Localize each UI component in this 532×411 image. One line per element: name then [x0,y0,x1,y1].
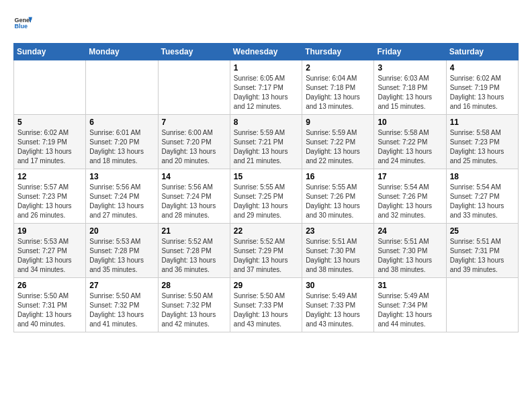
day-number: 8 [234,118,298,127]
day-number: 30 [306,281,370,290]
day-number: 1 [234,63,298,73]
calendar-cell: 26Sunrise: 5:50 AM Sunset: 7:31 PM Dayli… [14,278,86,332]
calendar-cell: 16Sunrise: 5:55 AM Sunset: 7:26 PM Dayli… [302,169,374,224]
day-info: Sunrise: 5:50 AM Sunset: 7:32 PM Dayligh… [89,291,154,329]
calendar-header-wednesday: Wednesday [230,44,302,60]
calendar-cell: 9Sunrise: 5:59 AM Sunset: 7:22 PM Daylig… [302,115,374,169]
calendar-cell: 28Sunrise: 5:50 AM Sunset: 7:32 PM Dayli… [158,278,230,332]
day-number: 6 [89,118,154,127]
calendar-cell: 4Sunrise: 6:02 AM Sunset: 7:19 PM Daylig… [446,60,518,115]
day-number: 7 [162,118,226,127]
calendar-header-saturday: Saturday [446,44,518,60]
calendar-cell: 19Sunrise: 5:53 AM Sunset: 7:27 PM Dayli… [14,224,86,278]
calendar-cell: 25Sunrise: 5:51 AM Sunset: 7:31 PM Dayli… [446,224,518,278]
day-info: Sunrise: 5:56 AM Sunset: 7:24 PM Dayligh… [162,183,226,220]
calendar-cell: 8Sunrise: 5:59 AM Sunset: 7:21 PM Daylig… [230,115,302,169]
calendar-cell: 24Sunrise: 5:51 AM Sunset: 7:30 PM Dayli… [374,224,446,278]
day-info: Sunrise: 6:02 AM Sunset: 7:19 PM Dayligh… [450,74,515,111]
day-number: 4 [450,63,515,73]
day-number: 5 [17,118,82,127]
day-number: 17 [378,172,442,181]
calendar-header-thursday: Thursday [302,44,374,60]
day-info: Sunrise: 5:56 AM Sunset: 7:24 PM Dayligh… [89,183,154,220]
day-info: Sunrise: 6:02 AM Sunset: 7:19 PM Dayligh… [17,128,82,166]
day-number: 9 [306,118,370,127]
day-number: 26 [17,281,82,290]
calendar-header-sunday: Sunday [14,44,86,60]
day-info: Sunrise: 5:50 AM Sunset: 7:32 PM Dayligh… [162,291,226,329]
calendar-cell: 23Sunrise: 5:51 AM Sunset: 7:30 PM Dayli… [302,224,374,278]
calendar-cell: 5Sunrise: 6:02 AM Sunset: 7:19 PM Daylig… [14,115,86,169]
day-info: Sunrise: 5:51 AM Sunset: 7:31 PM Dayligh… [450,237,515,275]
day-info: Sunrise: 5:52 AM Sunset: 7:28 PM Dayligh… [162,237,226,275]
day-info: Sunrise: 5:55 AM Sunset: 7:26 PM Dayligh… [306,183,370,220]
day-number: 27 [89,281,154,290]
day-info: Sunrise: 5:50 AM Sunset: 7:31 PM Dayligh… [17,291,82,329]
logo: General Blue [13,13,35,32]
day-number: 28 [162,281,226,290]
day-number: 29 [234,281,298,290]
day-info: Sunrise: 5:50 AM Sunset: 7:33 PM Dayligh… [234,291,298,329]
calendar-cell: 30Sunrise: 5:49 AM Sunset: 7:33 PM Dayli… [302,278,374,332]
calendar-cell: 7Sunrise: 6:00 AM Sunset: 7:20 PM Daylig… [158,115,230,169]
day-info: Sunrise: 6:03 AM Sunset: 7:18 PM Dayligh… [378,74,442,111]
calendar-cell [14,60,86,115]
calendar-cell [446,278,518,332]
day-number: 15 [234,172,298,181]
calendar-cell: 12Sunrise: 5:57 AM Sunset: 7:23 PM Dayli… [14,169,86,224]
day-number: 20 [89,226,154,236]
day-number: 24 [378,226,442,236]
day-number: 22 [234,226,298,236]
day-info: Sunrise: 5:51 AM Sunset: 7:30 PM Dayligh… [378,237,442,275]
calendar-cell: 13Sunrise: 5:56 AM Sunset: 7:24 PM Dayli… [86,169,158,224]
day-info: Sunrise: 6:01 AM Sunset: 7:20 PM Dayligh… [89,128,154,166]
calendar-cell: 6Sunrise: 6:01 AM Sunset: 7:20 PM Daylig… [86,115,158,169]
calendar-cell [86,60,158,115]
calendar-cell: 20Sunrise: 5:53 AM Sunset: 7:28 PM Dayli… [86,224,158,278]
calendar-header-tuesday: Tuesday [158,44,230,60]
day-number: 21 [162,226,226,236]
calendar-cell: 17Sunrise: 5:54 AM Sunset: 7:26 PM Dayli… [374,169,446,224]
calendar-cell: 11Sunrise: 5:58 AM Sunset: 7:23 PM Dayli… [446,115,518,169]
calendar-cell: 18Sunrise: 5:54 AM Sunset: 7:27 PM Dayli… [446,169,518,224]
calendar-cell: 22Sunrise: 5:52 AM Sunset: 7:29 PM Dayli… [230,224,302,278]
day-info: Sunrise: 5:58 AM Sunset: 7:22 PM Dayligh… [378,128,442,166]
day-number: 10 [378,118,442,127]
day-number: 25 [450,226,515,236]
calendar-cell: 27Sunrise: 5:50 AM Sunset: 7:32 PM Dayli… [86,278,158,332]
day-number: 12 [17,172,82,181]
calendar-cell: 21Sunrise: 5:52 AM Sunset: 7:28 PM Dayli… [158,224,230,278]
day-info: Sunrise: 5:59 AM Sunset: 7:21 PM Dayligh… [234,128,298,166]
day-number: 31 [378,281,442,290]
day-info: Sunrise: 5:57 AM Sunset: 7:23 PM Dayligh… [17,183,82,220]
logo-icon: General Blue [13,13,32,32]
calendar-cell: 15Sunrise: 5:55 AM Sunset: 7:25 PM Dayli… [230,169,302,224]
calendar-cell: 3Sunrise: 6:03 AM Sunset: 7:18 PM Daylig… [374,60,446,115]
calendar-cell [158,60,230,115]
day-info: Sunrise: 5:53 AM Sunset: 7:28 PM Dayligh… [89,237,154,275]
day-number: 18 [450,172,515,181]
calendar-cell: 29Sunrise: 5:50 AM Sunset: 7:33 PM Dayli… [230,278,302,332]
day-number: 11 [450,118,515,127]
calendar-header-friday: Friday [374,44,446,60]
day-info: Sunrise: 5:51 AM Sunset: 7:30 PM Dayligh… [306,237,370,275]
calendar-header-monday: Monday [86,44,158,60]
day-number: 19 [17,226,82,236]
calendar-cell: 31Sunrise: 5:49 AM Sunset: 7:34 PM Dayli… [374,278,446,332]
day-info: Sunrise: 5:55 AM Sunset: 7:25 PM Dayligh… [234,183,298,220]
day-info: Sunrise: 5:53 AM Sunset: 7:27 PM Dayligh… [17,237,82,275]
day-number: 13 [89,172,154,181]
day-number: 23 [306,226,370,236]
calendar-cell: 2Sunrise: 6:04 AM Sunset: 7:18 PM Daylig… [302,60,374,115]
calendar: SundayMondayTuesdayWednesdayThursdayFrid… [13,43,519,332]
day-info: Sunrise: 5:49 AM Sunset: 7:34 PM Dayligh… [378,291,442,329]
day-info: Sunrise: 6:00 AM Sunset: 7:20 PM Dayligh… [162,128,226,166]
day-info: Sunrise: 5:49 AM Sunset: 7:33 PM Dayligh… [306,291,370,329]
day-info: Sunrise: 5:54 AM Sunset: 7:27 PM Dayligh… [450,183,515,220]
day-number: 14 [162,172,226,181]
svg-text:Blue: Blue [14,23,28,30]
day-info: Sunrise: 5:58 AM Sunset: 7:23 PM Dayligh… [450,128,515,166]
day-info: Sunrise: 5:52 AM Sunset: 7:29 PM Dayligh… [234,237,298,275]
day-number: 2 [306,63,370,73]
day-info: Sunrise: 6:04 AM Sunset: 7:18 PM Dayligh… [306,74,370,111]
